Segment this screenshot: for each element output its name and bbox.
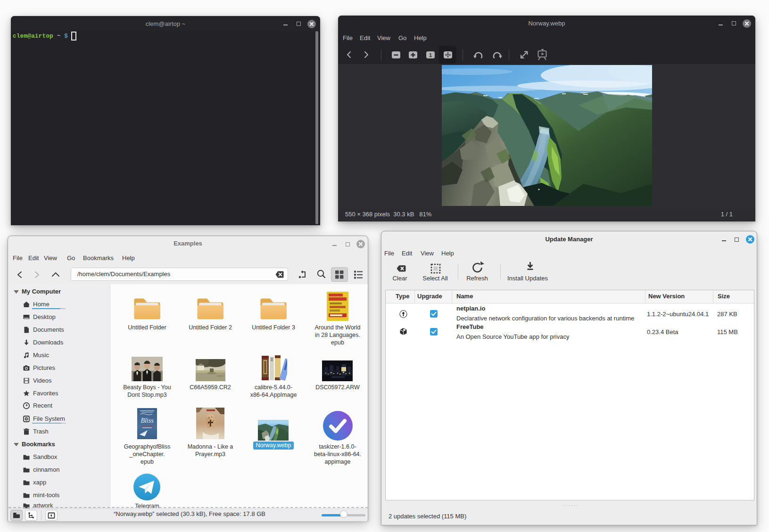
- svg-text:1: 1: [429, 52, 432, 58]
- svg-text:Bliss: Bliss: [141, 417, 154, 424]
